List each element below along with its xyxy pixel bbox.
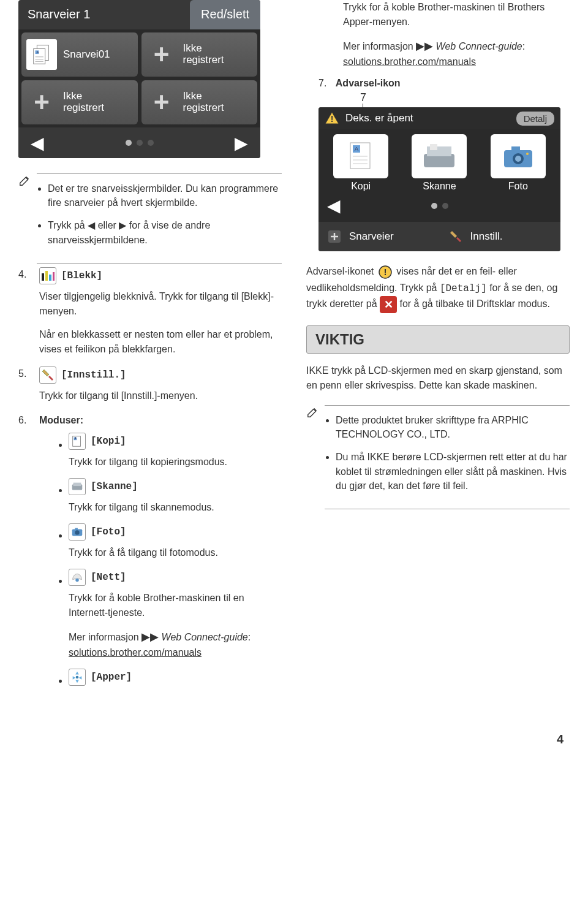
shortcut-header: Snarveier 1 Red/slett xyxy=(18,0,260,29)
warning-circle-icon: ! xyxy=(377,264,394,281)
page-dots xyxy=(431,203,448,209)
settings-tools-icon xyxy=(39,366,56,384)
nett-more-prefix: Mer informasjon xyxy=(69,632,141,642)
shortcut-tile[interactable]: + Ikke registrert xyxy=(141,32,258,77)
skanne-heading: [Skanne] xyxy=(91,479,138,494)
svg-rect-9 xyxy=(49,275,51,281)
manuals-link[interactable]: solutions.brother.com/manuals xyxy=(69,647,202,658)
kopi-heading: [Kopi] xyxy=(91,434,126,449)
viktig-text: IKKE trykk på LCD-skjermen med en skarp … xyxy=(306,363,570,393)
plus-icon: + xyxy=(26,87,57,118)
note-text: Dette produktet bruker skrifttype fra AR… xyxy=(336,413,570,441)
shortcut-tile[interactable]: A Snarvei01 xyxy=(21,32,138,77)
mode-skanne[interactable]: Skanne xyxy=(409,134,470,192)
page-dots xyxy=(126,140,154,146)
foto-text: Trykk for å få tilgang til fotomodus. xyxy=(69,545,282,560)
double-arrow-icon: ▶▶ xyxy=(141,631,159,643)
mode-label: Foto xyxy=(508,181,528,192)
edit-delete-button[interactable]: Red/slett xyxy=(190,0,260,29)
advarsel-title: Advarsel-ikon xyxy=(336,78,401,88)
status-text: Deks. er åpent xyxy=(345,112,510,124)
shortcut-label: Ikke registrert xyxy=(63,91,104,113)
nett-heading: [Nett] xyxy=(91,570,126,585)
kopi-mode-icon: A xyxy=(333,134,388,178)
advarsel-paragraph: Advarsel-ikonet ! vises når det er en fe… xyxy=(306,264,570,313)
double-arrow-icon: ▶▶ xyxy=(416,40,433,52)
viktig-heading: VIKTIG xyxy=(306,325,570,354)
shortcut-label: Snarvei01 xyxy=(63,49,110,61)
home-screen: ! Deks. er åpent Detalj A Kopi xyxy=(318,107,560,251)
apper-heading: [Apper] xyxy=(91,670,132,685)
snarveier-label: Snarveier xyxy=(349,230,394,243)
status-bar: ! Deks. er åpent Detalj xyxy=(318,107,560,129)
right-more-prefix: Mer informasjon xyxy=(343,41,416,51)
mode-kopi[interactable]: A Kopi xyxy=(330,134,391,192)
svg-point-36 xyxy=(526,153,529,155)
pencil-note-icon xyxy=(306,405,320,509)
pencil-note-icon xyxy=(18,173,32,264)
svg-text:A: A xyxy=(36,50,39,54)
nav-right-icon[interactable]: ▶ xyxy=(235,133,248,153)
shortcut-label: Ikke registrert xyxy=(183,43,224,66)
blekk-p2: Når en blekkassett er nesten tom eller h… xyxy=(39,329,273,354)
nav-left-icon[interactable]: ◀ xyxy=(327,196,341,216)
right-intro-p1: Trykk for å koble Brother-maskinen til B… xyxy=(343,0,570,29)
page-number: 4 xyxy=(0,720,588,759)
shortcut-label: Ikke registrert xyxy=(183,91,224,113)
mode-foto[interactable]: Foto xyxy=(488,134,549,192)
list-item-blekk: [Blekk] Viser tilgjengelig blekknivå. Tr… xyxy=(18,267,282,357)
right-more-mid: Web Connect-guide xyxy=(436,41,522,51)
snarveier-button[interactable]: Snarveier xyxy=(318,222,440,251)
svg-text:A: A xyxy=(355,146,358,152)
innstill-heading: [Innstill.] xyxy=(61,368,126,382)
shortcut-title: Snarveier 1 xyxy=(18,0,190,29)
detalj-button[interactable]: Detalj xyxy=(516,112,554,126)
innstill-p1: Trykk for tilgang til [Innstill.]-menyen… xyxy=(39,390,198,401)
warning-triangle-icon: ! xyxy=(325,111,339,126)
nett-more-mid: Web Connect-guide xyxy=(162,632,248,642)
mode-label: Kopi xyxy=(351,181,371,192)
svg-point-20 xyxy=(76,675,79,678)
plus-small-icon xyxy=(326,228,343,245)
svg-point-19 xyxy=(75,579,79,582)
innstill-label: Innstill. xyxy=(470,230,503,243)
svg-rect-18 xyxy=(75,528,78,530)
advarsel-num: 7. xyxy=(318,78,326,88)
plus-icon: + xyxy=(146,87,177,118)
shortcut-screen: Snarveier 1 Red/slett A Snarvei01 + Ikke… xyxy=(18,0,260,158)
svg-rect-7 xyxy=(42,273,44,281)
moduser-heading: Moduser: xyxy=(39,413,83,428)
skanne-mode-icon xyxy=(412,134,467,178)
nett-mode-icon xyxy=(69,569,86,586)
svg-text:!: ! xyxy=(383,267,386,277)
svg-rect-10 xyxy=(53,272,55,281)
document-stack-icon: A xyxy=(26,39,57,70)
kopi-text: Trykk for tilgang til kopieringsmodus. xyxy=(69,455,282,469)
close-x-icon: ✕ xyxy=(380,296,397,313)
foto-heading: [Foto] xyxy=(91,525,126,539)
svg-rect-35 xyxy=(511,146,520,151)
innstill-button[interactable]: Innstill. xyxy=(440,222,561,251)
svg-rect-8 xyxy=(45,271,48,281)
note-text: Du må IKKE berøre LCD-skjermen rett ette… xyxy=(336,450,570,493)
tools-icon xyxy=(447,228,464,245)
blekk-p1: Viser tilgjengelig blekknivå. Trykk for … xyxy=(39,291,274,316)
plus-icon: + xyxy=(146,39,177,70)
mode-label: Skanne xyxy=(423,181,456,192)
foto-mode-icon xyxy=(491,134,546,178)
skanne-mode-icon xyxy=(69,478,86,495)
detalj-code: [Detalj] xyxy=(440,283,487,294)
svg-text:!: ! xyxy=(331,114,334,124)
foto-mode-icon xyxy=(69,523,86,541)
svg-point-34 xyxy=(515,156,521,162)
note-text: Trykk på ◀ eller ▶ for å vise de andre s… xyxy=(48,218,282,246)
nav-left-icon[interactable]: ◀ xyxy=(31,133,44,153)
svg-point-17 xyxy=(75,530,79,534)
shortcut-tile[interactable]: + Ikke registrert xyxy=(141,80,258,124)
svg-rect-15 xyxy=(74,482,81,486)
manuals-link[interactable]: solutions.brother.com/manuals xyxy=(343,56,476,67)
nett-text: Trykk for å koble Brother-maskinen til e… xyxy=(69,591,282,620)
shortcut-tile[interactable]: + Ikke registrert xyxy=(21,80,138,124)
svg-rect-31 xyxy=(430,144,437,150)
ink-levels-icon xyxy=(39,267,56,284)
